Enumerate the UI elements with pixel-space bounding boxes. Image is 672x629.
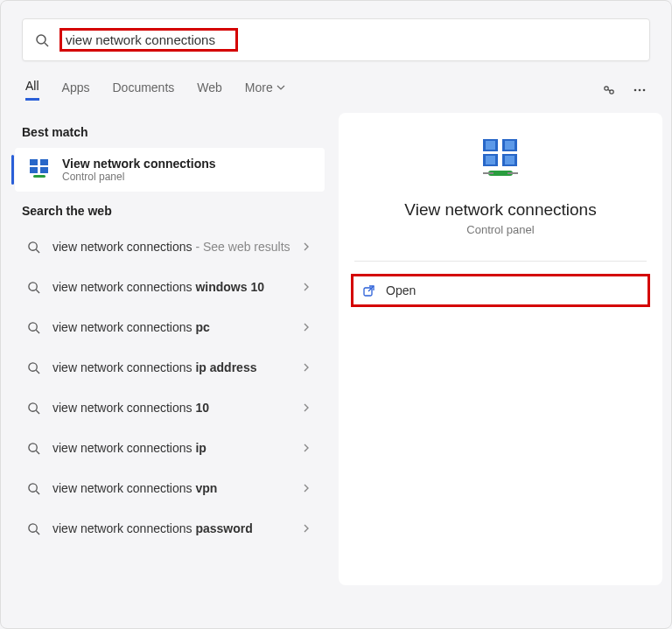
- svg-point-15: [29, 282, 37, 290]
- svg-rect-38: [483, 172, 494, 174]
- search-input[interactable]: [66, 32, 232, 47]
- web-result-item[interactable]: view network connections pc: [15, 307, 325, 347]
- chevron-right-icon: [302, 362, 311, 373]
- svg-point-5: [634, 88, 637, 91]
- tab-more[interactable]: More: [245, 80, 285, 100]
- web-result-text: view network connections password: [52, 521, 302, 537]
- tab-more-label: More: [245, 80, 273, 94]
- web-result-text: view network connections pc: [52, 319, 302, 336]
- best-match-title: View network connections: [62, 157, 216, 171]
- web-result-text: view network connections ip: [52, 440, 302, 457]
- search-icon: [27, 522, 40, 535]
- link-icon[interactable]: [601, 82, 617, 98]
- open-button[interactable]: Open: [351, 274, 650, 307]
- highlight-search-query: [60, 28, 238, 52]
- search-icon: [27, 241, 40, 254]
- search-icon: [27, 442, 40, 455]
- chevron-right-icon: [302, 443, 311, 453]
- web-result-text: view network connections vpn: [52, 480, 302, 497]
- svg-line-18: [36, 330, 39, 333]
- svg-point-6: [639, 88, 641, 91]
- divider: [354, 261, 647, 262]
- web-result-text: view network connections ip address: [52, 360, 302, 376]
- svg-point-25: [29, 483, 37, 491]
- tab-apps[interactable]: Apps: [62, 80, 90, 100]
- detail-pane: View network connections Control panel O…: [339, 113, 662, 585]
- svg-rect-8: [30, 159, 38, 165]
- svg-line-28: [36, 531, 39, 535]
- web-result-item[interactable]: view network connections ip address: [15, 347, 325, 388]
- network-connections-icon-large: [476, 136, 525, 185]
- chevron-down-icon: [276, 83, 285, 92]
- open-label: Open: [386, 283, 416, 297]
- detail-subtitle: Control panel: [354, 223, 647, 236]
- svg-rect-36: [505, 156, 514, 164]
- web-result-text: view network connections windows 10: [52, 279, 302, 296]
- svg-point-2: [605, 86, 608, 89]
- search-icon: [27, 482, 40, 495]
- section-best-match: Best match: [10, 113, 330, 148]
- svg-line-24: [36, 451, 39, 454]
- chevron-right-icon: [302, 322, 311, 332]
- detail-title: View network connections: [354, 200, 647, 220]
- svg-rect-35: [486, 156, 495, 164]
- svg-line-4: [608, 89, 611, 90]
- svg-rect-10: [30, 167, 38, 173]
- svg-point-3: [610, 89, 613, 93]
- svg-point-13: [29, 241, 37, 249]
- network-connections-icon: [27, 157, 52, 182]
- chevron-right-icon: [302, 523, 311, 534]
- svg-line-26: [36, 491, 39, 494]
- search-icon: [27, 402, 40, 415]
- svg-rect-12: [33, 175, 46, 178]
- web-result-text: view network connections 10: [52, 400, 302, 416]
- search-icon: [27, 321, 40, 334]
- web-result-item[interactable]: view network connections windows 10: [15, 267, 325, 307]
- svg-rect-11: [40, 167, 48, 173]
- best-match-item[interactable]: View network connections Control panel: [15, 148, 325, 192]
- svg-point-27: [29, 523, 37, 531]
- web-result-item[interactable]: view network connections - See web resul…: [15, 227, 325, 267]
- svg-point-19: [29, 362, 37, 370]
- svg-rect-33: [486, 141, 495, 150]
- svg-line-14: [36, 249, 39, 253]
- best-match-indicator: [11, 155, 14, 185]
- search-icon: [27, 281, 40, 294]
- svg-rect-34: [505, 141, 514, 150]
- chevron-right-icon: [302, 402, 311, 413]
- section-search-web: Search the web: [10, 192, 330, 227]
- svg-line-1: [45, 43, 48, 46]
- svg-rect-9: [40, 159, 48, 165]
- web-result-item[interactable]: view network connections 10: [15, 388, 325, 428]
- svg-point-23: [29, 443, 37, 451]
- svg-point-21: [29, 402, 37, 410]
- svg-line-20: [36, 370, 39, 374]
- svg-rect-39: [508, 172, 518, 174]
- search-icon: [27, 361, 40, 374]
- search-bar[interactable]: [22, 18, 650, 61]
- chevron-right-icon: [302, 483, 311, 493]
- left-pane: Best match View network connections Cont…: [10, 113, 330, 585]
- search-icon: [35, 33, 49, 47]
- chevron-right-icon: [302, 282, 311, 292]
- web-results-list: view network connections - See web resul…: [10, 227, 330, 549]
- content-area: Best match View network connections Cont…: [1, 108, 671, 585]
- svg-line-41: [368, 286, 374, 291]
- web-result-item[interactable]: view network connections vpn: [15, 468, 325, 508]
- more-options-icon[interactable]: [633, 83, 647, 97]
- svg-point-17: [29, 322, 37, 330]
- svg-point-0: [37, 35, 46, 44]
- web-result-item[interactable]: view network connections ip: [15, 428, 325, 468]
- open-external-icon: [362, 284, 375, 297]
- tabs-row: All Apps Documents Web More: [1, 70, 671, 108]
- svg-point-7: [643, 88, 646, 91]
- web-result-item[interactable]: view network connections password: [15, 508, 325, 549]
- chevron-right-icon: [302, 241, 311, 252]
- tab-all[interactable]: All: [25, 79, 39, 101]
- svg-line-22: [36, 410, 39, 414]
- tab-web[interactable]: Web: [197, 80, 222, 100]
- web-result-text: view network connections - See web resul…: [52, 239, 302, 255]
- tab-documents[interactable]: Documents: [112, 80, 174, 100]
- best-match-subtitle: Control panel: [62, 171, 216, 183]
- svg-line-16: [36, 290, 39, 293]
